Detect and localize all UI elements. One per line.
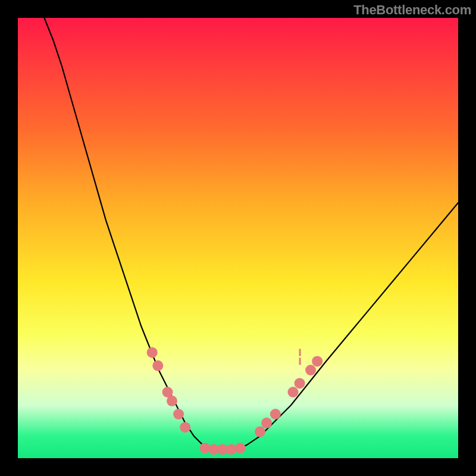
small-mark-0 bbox=[299, 358, 301, 365]
marker-flat-5 bbox=[235, 443, 246, 453]
marker-right-6 bbox=[305, 365, 316, 375]
watermark-text: TheBottleneck.com bbox=[353, 2, 471, 18]
small-mark-group bbox=[299, 349, 301, 365]
marker-left-2 bbox=[152, 361, 163, 371]
marker-left-4 bbox=[167, 396, 177, 406]
plot-area bbox=[18, 18, 458, 458]
small-mark-1 bbox=[299, 349, 301, 356]
marker-right-1 bbox=[255, 427, 265, 437]
chart-stage: TheBottleneck.com bbox=[0, 0, 476, 476]
marker-right-5 bbox=[295, 378, 305, 389]
marker-left-6 bbox=[180, 422, 190, 433]
marker-right-3 bbox=[270, 409, 281, 419]
marker-left-1 bbox=[147, 347, 158, 358]
bottleneck-curve bbox=[44, 18, 458, 449]
marker-right-4 bbox=[288, 387, 299, 397]
marker-left-5 bbox=[173, 409, 184, 419]
marker-right-7 bbox=[312, 356, 322, 367]
curve-svg bbox=[18, 18, 458, 458]
marker-right-2 bbox=[261, 418, 272, 428]
marker-group bbox=[147, 347, 323, 455]
